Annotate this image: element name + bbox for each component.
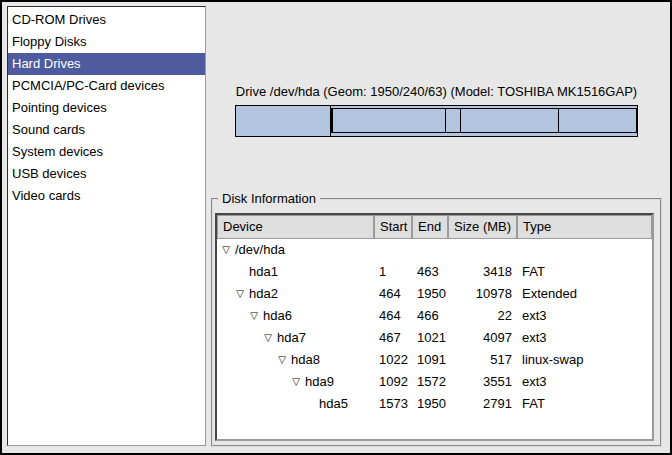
column-header-size-mb[interactable]: Size (MB) bbox=[448, 215, 517, 239]
start-cell: 1573 bbox=[374, 393, 412, 415]
expander-icon[interactable]: ▽ bbox=[219, 239, 233, 261]
type-cell: Extended bbox=[517, 283, 652, 305]
start-cell: 1022 bbox=[374, 349, 412, 371]
start-cell: 464 bbox=[374, 283, 412, 305]
expander-icon[interactable]: ▽ bbox=[289, 371, 303, 393]
end-cell: 1021 bbox=[412, 327, 448, 349]
table-row[interactable]: ▽hda9109215723551ext3 bbox=[217, 371, 652, 393]
expander-icon[interactable]: ▽ bbox=[233, 283, 247, 305]
start-cell: 1092 bbox=[374, 371, 412, 393]
device-category-item[interactable]: Sound cards bbox=[8, 119, 205, 141]
device-name: hda9 bbox=[305, 371, 334, 393]
disk-table-body: ▽/dev/hdahda114633418FAT▽hda246419501097… bbox=[217, 239, 652, 415]
type-cell bbox=[517, 239, 652, 261]
size-cell: 517 bbox=[448, 349, 517, 371]
start-cell: 467 bbox=[374, 327, 412, 349]
table-row[interactable]: ▽hda2464195010978Extended bbox=[217, 283, 652, 305]
type-cell: linux-swap bbox=[517, 349, 652, 371]
extended-partition-hda2 bbox=[331, 108, 637, 133]
size-cell bbox=[448, 239, 517, 261]
type-cell: FAT bbox=[517, 261, 652, 283]
size-cell: 2791 bbox=[448, 393, 517, 415]
device-category-item[interactable]: USB devices bbox=[8, 163, 205, 185]
end-cell bbox=[412, 239, 448, 261]
device-category-item[interactable]: Hard Drives bbox=[8, 53, 205, 75]
table-row[interactable]: ▽hda746710214097ext3 bbox=[217, 327, 652, 349]
device-category-list[interactable]: CD-ROM DrivesFloppy DisksHard DrivesPCMC… bbox=[7, 6, 206, 446]
device-name: hda1 bbox=[249, 261, 278, 283]
device-name: /dev/hda bbox=[235, 239, 285, 261]
table-row[interactable]: ▽hda810221091517linux-swap bbox=[217, 349, 652, 371]
device-category-item[interactable]: Floppy Disks bbox=[8, 31, 205, 53]
table-row[interactable]: ▽hda646446622ext3 bbox=[217, 305, 652, 327]
device-name: hda6 bbox=[263, 305, 292, 327]
table-row[interactable]: ▽/dev/hda bbox=[217, 239, 652, 261]
disk-information-frame-label: Disk Information bbox=[218, 191, 320, 207]
type-cell: FAT bbox=[517, 393, 652, 415]
size-cell: 10978 bbox=[448, 283, 517, 305]
device-category-item[interactable]: PCMCIA/PC-Card devices bbox=[8, 75, 205, 97]
type-cell: ext3 bbox=[517, 371, 652, 393]
size-cell: 4097 bbox=[448, 327, 517, 349]
device-category-item[interactable]: CD-ROM Drives bbox=[8, 9, 205, 31]
type-cell: ext3 bbox=[517, 327, 652, 349]
device-category-item[interactable]: Video cards bbox=[8, 185, 205, 207]
expander-icon[interactable]: ▽ bbox=[275, 349, 289, 371]
device-name: hda8 bbox=[291, 349, 320, 371]
partition-bar bbox=[235, 105, 638, 137]
partition-segment-hda5 bbox=[559, 109, 636, 132]
end-cell: 1950 bbox=[412, 393, 448, 415]
device-category-item[interactable]: System devices bbox=[8, 141, 205, 163]
device-category-item[interactable]: Pointing devices bbox=[8, 97, 205, 119]
end-cell: 466 bbox=[412, 305, 448, 327]
partition-segment-hda8 bbox=[446, 109, 460, 132]
start-cell: 1 bbox=[374, 261, 412, 283]
partition-segment-hda1 bbox=[236, 106, 331, 136]
disk-table-header: DeviceStartEndSize (MB)Type bbox=[217, 215, 652, 239]
hardware-browser-window: CD-ROM DrivesFloppy DisksHard DrivesPCMC… bbox=[0, 0, 672, 455]
expander-icon[interactable]: ▽ bbox=[247, 305, 261, 327]
end-cell: 1091 bbox=[412, 349, 448, 371]
partition-segment-hda9 bbox=[461, 109, 559, 132]
end-cell: 1572 bbox=[412, 371, 448, 393]
column-header-device[interactable]: Device bbox=[217, 215, 374, 239]
expander-icon[interactable]: ▽ bbox=[261, 327, 275, 349]
table-row[interactable]: hda114633418FAT bbox=[217, 261, 652, 283]
start-cell: 464 bbox=[374, 305, 412, 327]
table-row[interactable]: hda5157319502791FAT bbox=[217, 393, 652, 415]
device-name: hda5 bbox=[319, 393, 348, 415]
size-cell: 3551 bbox=[448, 371, 517, 393]
start-cell bbox=[374, 239, 412, 261]
disk-information-frame: Disk Information DeviceStartEndSize (MB)… bbox=[211, 198, 662, 447]
device-name: hda2 bbox=[249, 283, 278, 305]
end-cell: 1950 bbox=[412, 283, 448, 305]
partition-segment-hda7 bbox=[333, 109, 446, 132]
size-cell: 22 bbox=[448, 305, 517, 327]
column-header-end[interactable]: End bbox=[412, 215, 448, 239]
disk-information-table[interactable]: DeviceStartEndSize (MB)Type ▽/dev/hdahda… bbox=[215, 213, 654, 441]
type-cell: ext3 bbox=[517, 305, 652, 327]
device-name: hda7 bbox=[277, 327, 306, 349]
drive-geometry-label: Drive /dev/hda (Geom: 1950/240/63) (Mode… bbox=[235, 84, 638, 101]
end-cell: 463 bbox=[412, 261, 448, 283]
size-cell: 3418 bbox=[448, 261, 517, 283]
column-header-start[interactable]: Start bbox=[374, 215, 412, 239]
column-header-type[interactable]: Type bbox=[517, 215, 652, 239]
